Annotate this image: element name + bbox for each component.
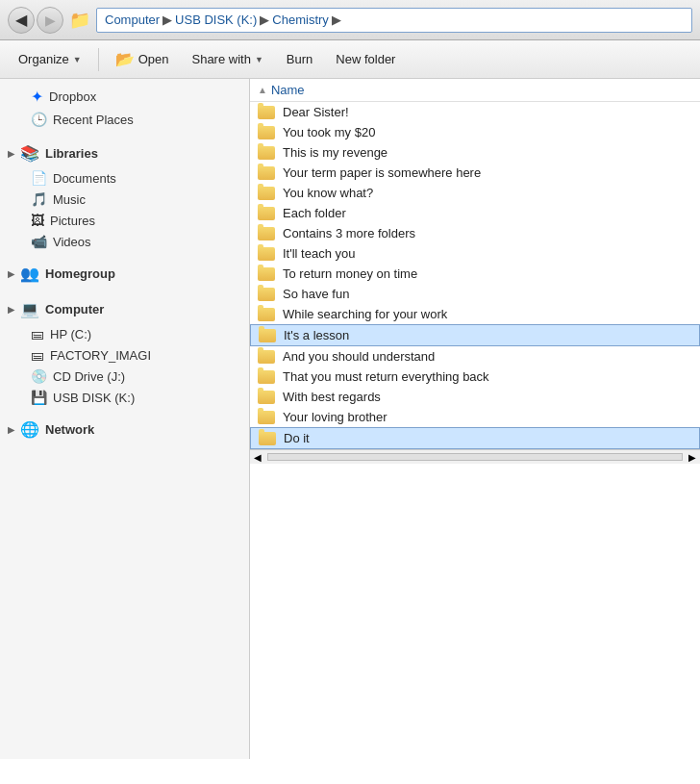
sidebar-item-videos[interactable]: 📹 Videos xyxy=(0,231,249,252)
organize-button[interactable]: Organize ▼ xyxy=(8,47,92,71)
folder-name: Each folder xyxy=(283,206,346,220)
sidebar-item-pictures[interactable]: 🖼 Pictures xyxy=(0,210,249,231)
open-button[interactable]: 📂 Open xyxy=(105,45,180,73)
open-icon: 📂 xyxy=(115,50,135,68)
breadcrumb-usb[interactable]: USB DISK (K:) xyxy=(175,13,257,27)
music-icon: 🎵 xyxy=(31,191,47,207)
folder-icon xyxy=(258,207,275,220)
sidebar-section-homegroup[interactable]: ▶ 👥 Homegroup xyxy=(0,260,249,288)
folder-name: It's a lesson xyxy=(284,328,349,342)
table-row[interactable]: Each folder xyxy=(250,203,700,223)
sidebar-item-label: Computer xyxy=(45,302,104,316)
table-row[interactable]: Your term paper is somewhere here xyxy=(250,163,700,183)
open-label: Open xyxy=(138,52,169,66)
folder-icon xyxy=(258,106,275,119)
cd-icon: 💿 xyxy=(31,368,47,384)
table-row[interactable]: This is my revenge xyxy=(250,142,700,163)
folder-name: Your term paper is somewhere here xyxy=(283,165,481,180)
table-row[interactable]: You took my $20 xyxy=(250,122,700,142)
sidebar-section-network[interactable]: ▶ 🌐 Network xyxy=(0,416,249,443)
folder-icon xyxy=(258,227,275,240)
folder-name: Dear Sister! xyxy=(283,105,349,119)
table-row[interactable]: Do it xyxy=(250,427,700,449)
table-row[interactable]: To return money on time xyxy=(250,264,700,284)
sidebar-section-computer[interactable]: ▶ 💻 Computer xyxy=(0,295,249,323)
sort-arrow-icon: ▲ xyxy=(258,85,267,95)
scroll-left-arrow[interactable]: ◀ xyxy=(250,452,265,463)
libraries-icon: 📚 xyxy=(20,144,39,163)
table-row[interactable]: Your loving brother xyxy=(250,407,700,427)
table-row[interactable]: While searching for your work xyxy=(250,304,700,324)
table-row[interactable]: So have fun xyxy=(250,284,700,304)
folder-icon xyxy=(258,146,275,160)
table-row[interactable]: Dear Sister! xyxy=(250,102,700,122)
chevron-icon: ▶ xyxy=(8,305,14,315)
content-pane: ▲ Name Dear Sister!You took my $20This i… xyxy=(250,79,700,759)
share-with-label: Share with xyxy=(191,52,250,66)
sidebar-item-dropbox[interactable]: ✦ Dropbox xyxy=(0,85,249,109)
sidebar-item-label: Dropbox xyxy=(49,89,96,104)
drive-icon: 🖴 xyxy=(31,347,44,363)
table-row[interactable]: It's a lesson xyxy=(250,324,700,346)
table-row[interactable]: That you must return everything back xyxy=(250,367,700,387)
new-folder-button[interactable]: New folder xyxy=(325,47,406,71)
sidebar-item-cd-drive[interactable]: 💿 CD Drive (J:) xyxy=(0,366,249,387)
dropbox-icon: ✦ xyxy=(31,88,43,106)
sidebar-item-label: Network xyxy=(45,422,94,437)
folder-icon xyxy=(258,166,275,180)
spacer xyxy=(0,252,249,260)
address-bar: ◀ ▶ 📁 Computer ▶ USB DISK (K:) ▶ Chemist… xyxy=(0,0,700,40)
sidebar-item-documents[interactable]: 📄 Documents xyxy=(0,167,249,189)
table-row[interactable]: It'll teach you xyxy=(250,243,700,264)
computer-icon: 💻 xyxy=(20,300,39,318)
sidebar-item-label: Videos xyxy=(53,235,91,249)
forward-button[interactable]: ▶ xyxy=(37,7,63,34)
folder-icon xyxy=(258,411,275,424)
share-with-arrow: ▼ xyxy=(255,55,263,64)
column-name-header[interactable]: Name xyxy=(271,83,305,97)
folder-name: It'll teach you xyxy=(283,246,355,261)
sidebar-item-label: Pictures xyxy=(50,214,95,228)
table-row[interactable]: You know what? xyxy=(250,183,700,203)
spacer xyxy=(0,288,249,295)
scroll-right-arrow[interactable]: ▶ xyxy=(685,452,700,463)
folder-name: Do it xyxy=(284,431,310,445)
folder-icon xyxy=(258,126,275,139)
folder-name: And you should understand xyxy=(283,349,435,364)
organize-arrow: ▼ xyxy=(73,55,82,64)
sidebar-item-label: CD Drive (J:) xyxy=(53,369,125,384)
toolbar-separator-1 xyxy=(98,48,99,71)
folder-icon xyxy=(258,350,275,364)
chevron-icon: ▶ xyxy=(8,269,14,279)
file-list: Dear Sister!You took my $20This is my re… xyxy=(250,102,700,449)
sidebar-item-hp-c[interactable]: 🖴 HP (C:) xyxy=(0,323,249,344)
folder-icon xyxy=(258,247,275,261)
breadcrumb-chemistry[interactable]: Chemistry xyxy=(272,13,329,27)
sidebar-item-label: USB DISK (K:) xyxy=(53,391,135,405)
sidebar-item-factory[interactable]: 🖴 FACTORY_IMAGI xyxy=(0,344,249,366)
usb-icon: 💾 xyxy=(31,390,47,405)
burn-button[interactable]: Burn xyxy=(276,47,323,71)
videos-icon: 📹 xyxy=(31,234,47,249)
breadcrumb[interactable]: Computer ▶ USB DISK (K:) ▶ Chemistry ▶ xyxy=(96,8,692,33)
sidebar-item-label: HP (C:) xyxy=(50,327,91,341)
burn-label: Burn xyxy=(287,52,312,66)
breadcrumb-computer[interactable]: Computer xyxy=(105,13,160,27)
sidebar-section-libraries[interactable]: ▶ 📚 Libraries xyxy=(0,139,249,167)
horizontal-scrollbar[interactable]: ◀ ▶ xyxy=(250,449,700,464)
folder-name: Contains 3 more folders xyxy=(283,226,415,240)
back-button[interactable]: ◀ xyxy=(8,7,35,34)
folder-icon xyxy=(258,187,275,200)
pictures-icon: 🖼 xyxy=(31,213,44,228)
folder-icon xyxy=(258,370,275,384)
sidebar-item-music[interactable]: 🎵 Music xyxy=(0,189,249,210)
sidebar-item-recent-places[interactable]: 🕒 Recent Places xyxy=(0,109,249,130)
folder-icon xyxy=(258,267,275,281)
sidebar-item-usb-disk[interactable]: 💾 USB DISK (K:) xyxy=(0,387,249,408)
folder-name: You took my $20 xyxy=(283,125,375,139)
table-row[interactable]: Contains 3 more folders xyxy=(250,223,700,243)
share-with-button[interactable]: Share with ▼ xyxy=(181,47,273,71)
table-row[interactable]: And you should understand xyxy=(250,346,700,367)
folder-name: That you must return everything back xyxy=(283,369,489,384)
table-row[interactable]: With best regards xyxy=(250,387,700,407)
